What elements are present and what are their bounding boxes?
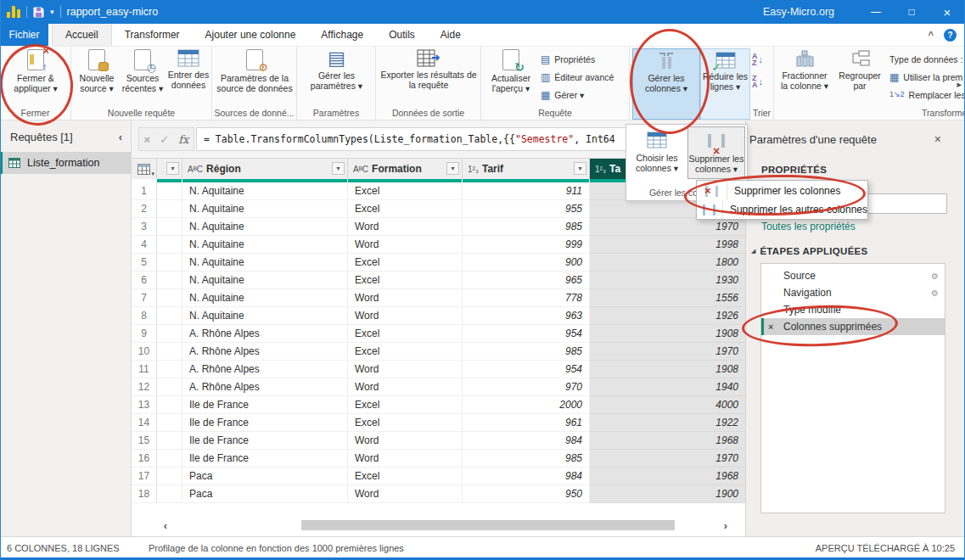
cell-formation[interactable]: Word bbox=[348, 450, 463, 468]
close-button[interactable]: × bbox=[929, 0, 965, 24]
tab-aide[interactable]: Aide bbox=[428, 24, 474, 46]
table-menu-caret-icon[interactable]: ▾ bbox=[151, 171, 154, 177]
cell-narrow[interactable] bbox=[157, 236, 182, 254]
collapse-ribbon-icon[interactable]: ^ bbox=[929, 30, 934, 40]
cell-formation[interactable]: Word bbox=[348, 361, 463, 378]
applied-step[interactable]: Type modifié bbox=[761, 301, 945, 318]
delete-step-icon[interactable]: × bbox=[768, 322, 773, 332]
refresh-preview-button[interactable]: ↻ Actualiser l'aperçu ▾ bbox=[483, 49, 539, 94]
cell-tarif[interactable]: 961 bbox=[463, 414, 590, 432]
properties-button[interactable]: ▤ Propriétés bbox=[541, 50, 614, 68]
choose-columns-button[interactable]: Choisir les colonnes ▾ bbox=[628, 126, 686, 179]
cell-narrow[interactable] bbox=[157, 343, 182, 361]
menu-item-supprimer-les-autres-colonnes[interactable]: Supprimer les autres colonnes bbox=[697, 200, 867, 219]
cell-tarif[interactable]: 955 bbox=[463, 200, 590, 218]
use-first-row-button[interactable]: ▦ Utiliser la prem bbox=[889, 68, 965, 86]
cell-total[interactable]: 1800 bbox=[590, 254, 745, 272]
collapse-triangle-icon[interactable]: ◢ bbox=[751, 248, 755, 255]
cell-region[interactable]: Paca bbox=[182, 468, 348, 485]
manage-parameters-button[interactable]: ▤ Gérer les paramètres ▾ bbox=[300, 49, 373, 92]
cell-region[interactable]: A. Rhône Alpes bbox=[182, 361, 348, 378]
cell-region[interactable]: N. Aquitaine bbox=[182, 236, 348, 254]
cell-narrow[interactable] bbox=[157, 361, 182, 378]
column-header-tarif[interactable]: 1²₃ Tarif ▾ bbox=[463, 159, 590, 179]
cell-total[interactable]: 1908 bbox=[590, 361, 745, 378]
sort-ascending-button[interactable]: AZ ↓ bbox=[752, 52, 763, 67]
cell-region[interactable]: N. Aquitaine bbox=[182, 254, 348, 272]
cell-tarif[interactable]: 954 bbox=[463, 361, 590, 378]
cell-region[interactable]: A. Rhône Alpes bbox=[182, 378, 348, 396]
tab-affichage[interactable]: Affichage bbox=[308, 24, 376, 46]
replace-values-button[interactable]: 1 ↘ 2 Remplacer les v bbox=[889, 86, 965, 104]
cell-tarif[interactable]: 985 bbox=[463, 218, 590, 236]
cell-tarif[interactable]: 970 bbox=[463, 378, 590, 396]
cell-region[interactable]: Ile de France bbox=[182, 450, 348, 468]
cell-narrow[interactable] bbox=[157, 272, 182, 289]
cell-tarif[interactable]: 900 bbox=[463, 254, 590, 272]
export-results-button[interactable]: Exporter les résultats de la requête bbox=[378, 49, 480, 91]
cell-region[interactable]: N. Aquitaine bbox=[182, 182, 348, 200]
cell-tarif[interactable]: 911 bbox=[463, 182, 590, 200]
tab-fichier[interactable]: Fichier bbox=[0, 24, 48, 46]
cell-total[interactable]: 1998 bbox=[590, 236, 745, 254]
scroll-right-icon[interactable]: › bbox=[717, 519, 734, 532]
cell-formation[interactable]: Excel bbox=[348, 254, 463, 272]
scrollbar-thumb[interactable] bbox=[301, 520, 675, 530]
minimize-button[interactable]: — bbox=[858, 0, 894, 24]
cell-tarif[interactable]: 999 bbox=[463, 236, 590, 254]
cell-formation[interactable]: Excel bbox=[348, 272, 463, 289]
manage-columns-button[interactable]: Gérer les colonnes ▾ bbox=[632, 48, 700, 120]
cell-region[interactable]: N. Aquitaine bbox=[182, 289, 348, 307]
column-header-formation[interactable]: AᴮC Formation ▾ bbox=[348, 159, 463, 179]
cell-tarif[interactable]: 2000 bbox=[463, 396, 590, 414]
enter-data-button[interactable]: Entrer des données bbox=[166, 49, 211, 91]
tab-ajouter-une-colonne[interactable]: Ajouter une colonne bbox=[193, 24, 309, 46]
applied-step[interactable]: Navigation⚙ bbox=[761, 284, 945, 301]
cell-total[interactable]: 1926 bbox=[590, 307, 745, 325]
menu-item-supprimer-les-colonnes[interactable]: ×Supprimer les colonnes bbox=[697, 182, 867, 200]
cell-total[interactable]: 1556 bbox=[590, 289, 745, 307]
cell-total[interactable]: 1922 bbox=[590, 414, 745, 432]
reduce-rows-button[interactable]: ✓ Réduire les lignes ▾ bbox=[700, 48, 750, 120]
new-source-button[interactable]: Nouvelle source ▾ bbox=[74, 49, 120, 94]
status-profiling[interactable]: Profilage de la colonne en fonction des … bbox=[149, 543, 404, 553]
cell-narrow[interactable] bbox=[157, 378, 182, 396]
gear-icon[interactable]: ⚙ bbox=[931, 272, 939, 281]
cell-region[interactable]: Ile de France bbox=[182, 414, 348, 432]
cell-narrow[interactable] bbox=[157, 432, 182, 450]
query-item-liste-formation[interactable]: Liste_formation bbox=[0, 152, 131, 174]
close-panel-icon[interactable]: × bbox=[934, 132, 941, 146]
cell-region[interactable]: Ile de France bbox=[182, 432, 348, 450]
cell-formation[interactable]: Excel bbox=[348, 396, 463, 414]
cell-narrow[interactable] bbox=[157, 254, 182, 272]
applied-step[interactable]: Source⚙ bbox=[761, 267, 945, 284]
data-source-settings-button[interactable]: ⚙ Paramètres de la source de données bbox=[215, 49, 295, 94]
horizontal-scrollbar[interactable]: ‹ › bbox=[157, 519, 734, 531]
cell-tarif[interactable]: 965 bbox=[463, 272, 590, 289]
cell-region[interactable]: N. Aquitaine bbox=[182, 307, 348, 325]
cell-region[interactable]: A. Rhône Alpes bbox=[182, 325, 348, 343]
cell-narrow[interactable] bbox=[157, 396, 182, 414]
cell-narrow[interactable] bbox=[157, 289, 182, 307]
cell-total[interactable]: 1970 bbox=[590, 450, 745, 468]
cell-formation[interactable]: Word bbox=[348, 307, 463, 325]
ribbon-overflow-arrow[interactable]: ▸ bbox=[957, 79, 962, 90]
cell-region[interactable]: A. Rhône Alpes bbox=[182, 343, 348, 361]
cell-formation[interactable]: Word bbox=[348, 432, 463, 450]
remove-columns-button[interactable]: × Supprimer les colonnes ▾ bbox=[687, 126, 745, 179]
cell-tarif[interactable]: 778 bbox=[463, 289, 590, 307]
cell-total[interactable]: 1970 bbox=[590, 343, 745, 361]
recent-sources-button[interactable]: ◷ Sources récentes ▾ bbox=[120, 49, 166, 94]
cell-total[interactable]: 1908 bbox=[590, 325, 745, 343]
quick-access-caret-icon[interactable]: ▾ bbox=[50, 8, 54, 16]
tab-accueil[interactable]: Accueil bbox=[52, 24, 112, 46]
cell-total[interactable]: 1970 bbox=[590, 218, 745, 236]
split-column-button[interactable]: Fractionner la colonne ▾ bbox=[777, 49, 832, 92]
cell-tarif[interactable]: 985 bbox=[463, 343, 590, 361]
cell-tarif[interactable]: 984 bbox=[463, 432, 590, 450]
cell-tarif[interactable]: 954 bbox=[463, 325, 590, 343]
cell-formation[interactable]: Excel bbox=[348, 468, 463, 485]
cell-total[interactable]: 1968 bbox=[590, 432, 745, 450]
cell-formation[interactable]: Excel bbox=[348, 182, 463, 200]
gear-icon[interactable]: ⚙ bbox=[931, 288, 939, 298]
